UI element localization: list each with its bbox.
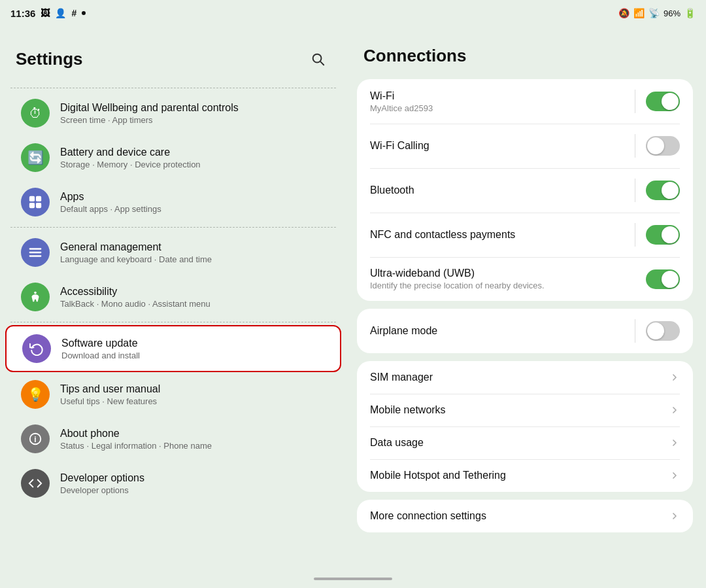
- general-management-title: General management: [60, 241, 326, 253]
- divider-2: [10, 227, 336, 228]
- developer-options-title: Developer options: [60, 472, 326, 484]
- mobile-hotspot-chevron: [669, 470, 680, 481]
- apps-subtitle: Default apps · App settings: [60, 204, 326, 214]
- airplane-mode-toggle-knob: [647, 322, 664, 339]
- battery-icon-item: 🔄: [21, 143, 50, 172]
- nfc-toggle[interactable]: [646, 225, 680, 245]
- sidebar-item-developer-options[interactable]: Developer options Developer options: [5, 461, 341, 506]
- connections-card-4: More connection settings: [357, 500, 693, 532]
- general-management-subtitle: Language and keyboard · Date and time: [60, 254, 326, 264]
- nfc-divider: [635, 223, 635, 247]
- wifi-calling-item[interactable]: Wi-Fi Calling: [357, 124, 693, 168]
- tips-title: Tips and user manual: [60, 383, 326, 395]
- about-phone-icon: i: [21, 424, 50, 453]
- tips-icon: 💡: [21, 380, 50, 409]
- sim-manager-chevron: [669, 372, 680, 383]
- wifi-calling-toggle[interactable]: [646, 136, 680, 156]
- uwb-toggle[interactable]: [646, 269, 680, 289]
- digital-wellbeing-icon: ⏱: [21, 99, 50, 128]
- sidebar-item-digital-wellbeing[interactable]: ⏱ Digital Wellbeing and parental control…: [5, 91, 341, 135]
- wifi-text: Wi-Fi MyAltice ad2593: [370, 90, 624, 113]
- data-usage-item[interactable]: Data usage: [357, 426, 693, 459]
- main-layout: Settings ⏱ Digital Wellbeing and parenta…: [0, 26, 706, 588]
- wifi-calling-toggle-knob: [647, 137, 664, 154]
- status-left: 11:36 🖼 👤 #: [10, 8, 86, 19]
- wifi-toggle-knob: [662, 93, 679, 110]
- svg-text:i: i: [34, 435, 36, 444]
- software-update-title: Software update: [61, 337, 324, 349]
- wifi-status-icon: 📶: [633, 8, 645, 18]
- digital-wellbeing-subtitle: Screen time · App timers: [60, 115, 326, 125]
- sidebar-item-apps[interactable]: Apps Default apps · App settings: [5, 180, 341, 224]
- time-display: 11:36: [10, 8, 35, 19]
- sidebar-item-accessibility[interactable]: Accessibility TalkBack · Mono audio · As…: [5, 275, 341, 319]
- airplane-mode-title: Airplane mode: [370, 325, 624, 337]
- data-usage-title: Data usage: [370, 437, 669, 449]
- apps-title: Apps: [60, 191, 326, 203]
- general-management-icon: [21, 238, 50, 267]
- wifi-toggle[interactable]: [646, 92, 680, 111]
- bluetooth-divider: [635, 179, 635, 202]
- sim-manager-title: SIM manager: [370, 372, 669, 383]
- photo-icon: 🖼: [41, 8, 50, 18]
- more-connection-item[interactable]: More connection settings: [357, 500, 693, 532]
- software-update-subtitle: Download and install: [61, 351, 324, 360]
- tips-subtitle: Useful tips · New features: [60, 396, 326, 406]
- svg-rect-3: [36, 196, 41, 201]
- accessibility-text: Accessibility TalkBack · Mono audio · As…: [60, 286, 326, 309]
- mobile-networks-item[interactable]: Mobile networks: [357, 394, 693, 426]
- wifi-item[interactable]: Wi-Fi MyAltice ad2593: [357, 79, 693, 124]
- developer-options-subtitle: Developer options: [60, 485, 326, 495]
- accessibility-icon: [21, 283, 50, 311]
- svg-point-9: [34, 292, 37, 294]
- wifi-subtitle: MyAltice ad2593: [370, 103, 624, 113]
- connections-card-3: SIM manager Mobile networks Data usage M…: [357, 361, 693, 492]
- bluetooth-title: Bluetooth: [370, 184, 624, 196]
- hashtag-icon: #: [71, 8, 76, 18]
- mobile-hotspot-item[interactable]: Mobile Hotspot and Tethering: [357, 459, 693, 492]
- general-management-text: General management Language and keyboard…: [60, 241, 326, 264]
- sidebar-item-general-management[interactable]: General management Language and keyboard…: [5, 230, 341, 275]
- accessibility-subtitle: TalkBack · Mono audio · Assistant menu: [60, 299, 326, 309]
- airplane-divider: [635, 319, 635, 343]
- software-update-icon: [22, 334, 51, 363]
- data-usage-chevron: [669, 438, 680, 448]
- status-right: 🔕 📶 📡 96% 🔋: [618, 8, 696, 18]
- mobile-hotspot-title: Mobile Hotspot and Tethering: [370, 470, 669, 481]
- sidebar-item-tips[interactable]: 💡 Tips and user manual Useful tips · New…: [5, 372, 341, 417]
- sidebar-item-battery[interactable]: 🔄 Battery and device care Storage · Memo…: [5, 135, 341, 180]
- svg-line-1: [320, 61, 324, 65]
- bluetooth-toggle[interactable]: [646, 181, 680, 200]
- battery-percent: 96%: [664, 9, 681, 18]
- bluetooth-item[interactable]: Bluetooth: [357, 168, 693, 213]
- uwb-toggle-knob: [662, 271, 679, 288]
- divider-1: [10, 88, 336, 88]
- wifi-divider: [635, 90, 635, 113]
- mobile-networks-text: Mobile networks: [370, 404, 669, 416]
- more-connection-text: More connection settings: [370, 510, 669, 522]
- nfc-item[interactable]: NFC and contactless payments: [357, 213, 693, 257]
- panel-header: Settings: [0, 39, 346, 85]
- divider-3: [10, 322, 336, 322]
- about-phone-title: About phone: [60, 428, 326, 440]
- connections-card-2: Airplane mode: [357, 309, 693, 353]
- search-button[interactable]: [305, 46, 331, 72]
- about-phone-text: About phone Status · Legal information ·…: [60, 428, 326, 451]
- airplane-mode-item[interactable]: Airplane mode: [357, 309, 693, 353]
- uwb-subtitle: Identify the precise location of nearby …: [370, 281, 646, 290]
- about-phone-subtitle: Status · Legal information · Phone name: [60, 441, 326, 451]
- status-bar: 11:36 🖼 👤 # 🔕 📶 📡 96% 🔋: [0, 0, 706, 26]
- sidebar-item-about-phone[interactable]: i About phone Status · Legal information…: [5, 417, 341, 461]
- sidebar-item-software-update[interactable]: Software update Download and install: [5, 325, 341, 372]
- apps-icon: [21, 188, 50, 216]
- sim-manager-text: SIM manager: [370, 372, 669, 383]
- software-update-text: Software update Download and install: [61, 337, 324, 360]
- airplane-mode-toggle[interactable]: [646, 321, 680, 341]
- settings-title: Settings: [16, 49, 83, 69]
- more-connection-chevron: [669, 511, 680, 521]
- battery-title: Battery and device care: [60, 147, 326, 158]
- signal-icon: 📡: [648, 8, 660, 18]
- airplane-mode-text: Airplane mode: [370, 325, 624, 337]
- uwb-item[interactable]: Ultra-wideband (UWB) Identify the precis…: [357, 257, 693, 301]
- sim-manager-item[interactable]: SIM manager: [357, 361, 693, 394]
